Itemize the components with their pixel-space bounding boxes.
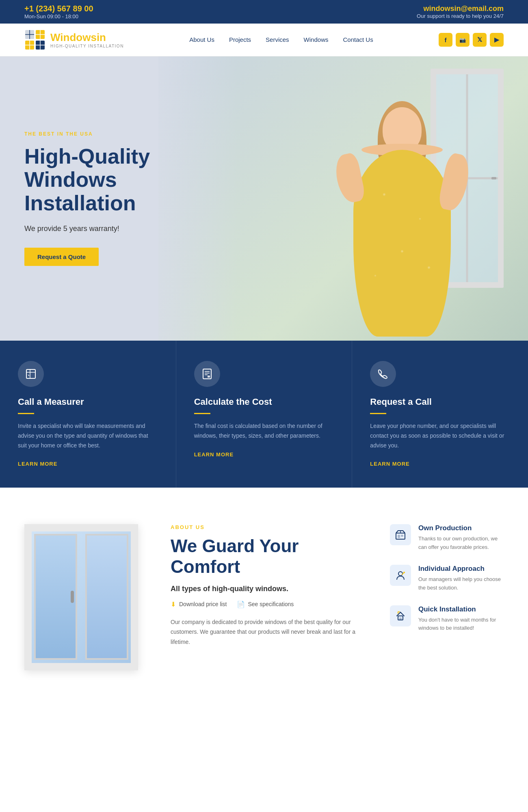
about-title-line1: We Guard Your (171, 536, 299, 556)
learn-more-measurer[interactable]: LEARN MORE (18, 461, 57, 467)
feature-installation-title: Quick Installation (418, 605, 504, 613)
social-icons: f 📷 𝕏 ▶ (439, 33, 504, 47)
window-pane-right (85, 534, 128, 660)
feature-approach-desc: Our managers will help you choose the be… (418, 575, 504, 592)
hero-subtitle: We provide 5 years warranty! (24, 225, 187, 233)
nav-item-contact[interactable]: Contact Us (343, 36, 373, 43)
call-icon (370, 361, 396, 387)
twitter-icon[interactable]: 𝕏 (473, 33, 487, 47)
svg-line-15 (28, 375, 29, 376)
facebook-icon[interactable]: f (439, 33, 452, 47)
feature-production: Own Production Thanks to our own product… (390, 524, 504, 552)
top-bar: +1 (234) 567 89 00 Mon-Sun 09:00 - 18:00… (0, 0, 528, 24)
production-icon (390, 524, 411, 545)
about-subtitle: All types of high-quality windows. (171, 585, 366, 593)
download-label[interactable]: Download price list (179, 601, 227, 607)
about-features: Own Production Thanks to our own product… (390, 524, 504, 633)
services-band: Call a Measurer Invite a specialist who … (0, 341, 528, 488)
approach-icon (390, 565, 411, 586)
logo-text: Windowsin HIGH-QUALITY INSTALLATION (50, 31, 124, 48)
nav-item-about[interactable]: About Us (189, 36, 214, 43)
svg-rect-21 (396, 533, 405, 539)
service-title-cost: Calculate the Cost (194, 397, 334, 407)
youtube-icon[interactable]: ▶ (490, 33, 504, 47)
service-desc-call: Leave your phone number, and our special… (370, 421, 510, 450)
about-title-line2: Comfort (171, 557, 240, 577)
brand-accent: in (97, 31, 106, 43)
logo-icon (24, 29, 45, 50)
cost-icon (194, 361, 220, 387)
nav-item-windows[interactable]: Windows (304, 36, 329, 43)
about-image-wrap (24, 524, 146, 678)
learn-more-call[interactable]: LEARN MORE (370, 461, 409, 467)
service-card-call: Request a Call Leave your phone number, … (352, 341, 528, 488)
service-desc-measurer: Invite a specialist who will take measur… (18, 421, 158, 450)
about-label: ABOUT US (171, 524, 366, 530)
nav-link-about[interactable]: About Us (189, 36, 214, 43)
service-title-measurer: Call a Measurer (18, 397, 158, 407)
service-desc-cost: The final cost is calculated based on th… (194, 421, 334, 441)
request-quote-button[interactable]: Request a Quote (24, 248, 99, 266)
brand-tagline: HIGH-QUALITY INSTALLATION (50, 44, 124, 48)
svg-rect-28 (399, 618, 402, 620)
nav-link-windows[interactable]: Windows (304, 36, 329, 43)
top-bar-contact: +1 (234) 567 89 00 Mon-Sun 09:00 - 18:00 (24, 4, 93, 19)
brand-main: Windows (50, 31, 97, 43)
nav-link-services[interactable]: Services (266, 36, 289, 43)
navbar: Windowsin HIGH-QUALITY INSTALLATION Abou… (0, 24, 528, 56)
feature-approach-title: Individual Approach (418, 565, 504, 573)
download-icon: ⬇ (171, 600, 176, 608)
support-text: Our support is ready to help you 24/7 (417, 13, 504, 19)
learn-more-cost[interactable]: LEARN MORE (194, 451, 234, 458)
brand-name: Windowsin (50, 31, 124, 44)
feature-installation: Quick Installation You don't have to wai… (390, 605, 504, 633)
service-divider-2 (194, 413, 210, 414)
hero-section: THE BEST IN THE USA High-Quality Windows… (0, 56, 528, 341)
svg-rect-23 (401, 535, 403, 537)
see-specs-link[interactable]: 📄 See specifications (237, 600, 294, 608)
nav-item-services[interactable]: Services (266, 36, 289, 43)
nav-menu: About Us Projects Services Windows Conta… (189, 36, 373, 43)
hero-woman-image (333, 97, 471, 341)
feature-production-text: Own Production Thanks to our own product… (418, 524, 504, 552)
hero-tagline: THE BEST IN THE USA (24, 131, 187, 137)
measurer-icon (18, 361, 44, 387)
window-handle (71, 591, 74, 603)
service-title-call: Request a Call (370, 397, 510, 407)
nav-link-contact[interactable]: Contact Us (343, 36, 373, 43)
logo: Windowsin HIGH-QUALITY INSTALLATION (24, 29, 124, 50)
svg-rect-20 (208, 376, 210, 378)
svg-rect-22 (398, 535, 400, 538)
svg-rect-12 (26, 369, 35, 378)
email-address[interactable]: windowsin@email.com (417, 4, 504, 13)
download-price-link[interactable]: ⬇ Download price list (171, 600, 227, 608)
top-bar-email: windowsin@email.com Our support is ready… (417, 4, 504, 19)
feature-installation-desc: You don't have to wait months for window… (418, 616, 504, 633)
svg-rect-16 (203, 369, 211, 379)
business-hours: Mon-Sun 09:00 - 18:00 (24, 13, 93, 19)
feature-approach: Individual Approach Our managers will he… (390, 565, 504, 592)
nav-item-projects[interactable]: Projects (229, 36, 251, 43)
about-title: We Guard Your Comfort (171, 536, 366, 577)
hero-title-line2: Windows Installation (24, 168, 136, 214)
installation-icon (390, 605, 411, 626)
specs-label[interactable]: See specifications (248, 601, 294, 607)
svg-point-25 (398, 572, 402, 576)
phone-number[interactable]: +1 (234) 567 89 00 (24, 4, 93, 13)
svg-point-26 (403, 572, 405, 573)
hero-title: High-Quality Windows Installation (24, 145, 187, 215)
service-card-cost: Calculate the Cost The final cost is cal… (176, 341, 353, 488)
nav-link-projects[interactable]: Projects (229, 36, 251, 43)
window-image (24, 524, 138, 670)
about-section: ABOUT US We Guard Your Comfort All types… (0, 488, 528, 715)
feature-production-title: Own Production (418, 524, 504, 532)
hero-content: THE BEST IN THE USA High-Quality Windows… (0, 131, 211, 266)
service-card-measurer: Call a Measurer Invite a specialist who … (0, 341, 176, 488)
specs-icon: 📄 (237, 600, 245, 608)
feature-approach-text: Individual Approach Our managers will he… (418, 565, 504, 592)
feature-production-desc: Thanks to our own production, we can off… (418, 535, 504, 552)
about-links: ⬇ Download price list 📄 See specificatio… (171, 600, 366, 608)
instagram-icon[interactable]: 📷 (456, 33, 470, 47)
hero-title-line1: High-Quality (24, 145, 150, 168)
about-content: ABOUT US We Guard Your Comfort All types… (171, 524, 366, 647)
